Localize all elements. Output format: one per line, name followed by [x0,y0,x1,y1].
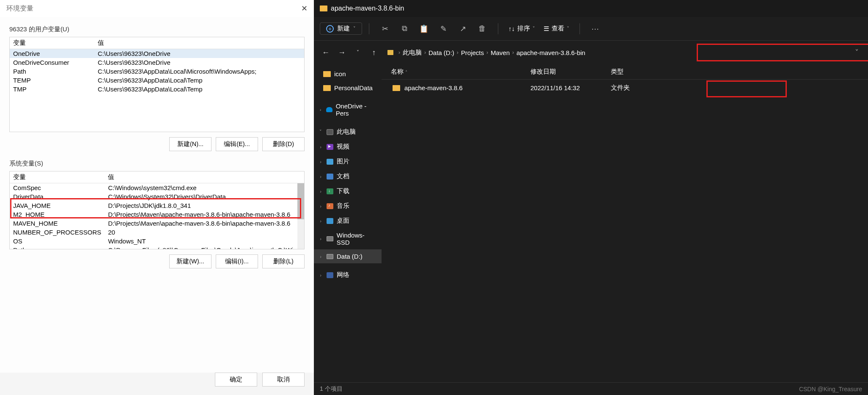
chevron-right-icon: › [318,107,323,112]
sidebar-item-icon[interactable]: icon [314,67,382,81]
user-variables-table[interactable]: 变量 值 OneDriveC:\Users\96323\OneDrive One… [10,37,304,94]
scrollbar-track[interactable] [297,183,304,249]
sort-icon: ↑↓ [508,25,515,32]
table-row[interactable]: TMPC:\Users\96323\AppData\Local\Temp [10,85,304,94]
table-row[interactable]: OneDriveC:\Users\96323\OneDrive [10,49,304,58]
rename-icon[interactable]: ✎ [434,21,452,36]
pictures-icon [327,159,333,165]
copy-icon[interactable]: ⧉ [396,21,413,36]
table-row[interactable]: M2_HOMED:\Projects\Maven\apache-maven-3.… [10,210,304,219]
col-header-name[interactable]: 变量 [10,171,104,183]
new-button[interactable]: + 新建 ˅ [320,22,362,35]
new-user-var-button[interactable]: 新建(N)... [169,137,212,151]
sidebar-item-music[interactable]: ›音乐 [314,199,382,213]
chevron-right-icon: › [318,273,323,278]
system-variables-table[interactable]: 变量 值 ComSpecC:\Windows\system32\cmd.exe … [10,171,304,249]
table-row[interactable]: OneDriveConsumerC:\Users\96323\OneDrive [10,58,304,67]
chevron-right-icon: › [318,174,323,179]
breadcrumb-item[interactable]: Projects [461,49,484,56]
col-header-value[interactable]: 值 [104,171,304,183]
delete-user-var-button[interactable]: 删除(D) [262,137,305,151]
user-buttons-row: 新建(N)... 编辑(E)... 删除(D) [9,137,305,151]
dialog-title: 环境变量 [6,4,33,13]
chevron-right-icon: › [318,204,323,209]
divider [498,23,498,34]
breadcrumb-item[interactable]: Maven [491,49,510,56]
table-row[interactable]: PathC:\Program Files (x86)\Common Files\… [10,246,304,249]
history-chevron-icon[interactable]: ˅ [351,46,365,59]
sidebar-item-thispc[interactable]: ˅此电脑 [314,124,382,139]
folder-icon [320,6,327,11]
music-icon [327,203,333,209]
table-row[interactable]: ComSpecC:\Windows\system32\cmd.exe [10,183,304,193]
explorer-navbar: ← → ˅ ↑ › 此电脑 › Data (D:) › Projects › M… [314,41,868,64]
file-row[interactable]: apache-maven-3.8.6 2022/11/16 14:32 文件夹 [382,80,868,96]
chevron-down-icon: ˅ [567,26,569,31]
folder-icon [323,85,331,91]
explorer-titlebar: apache-maven-3.8.6-bin [314,0,868,17]
cancel-button[interactable]: 取消 [262,373,305,387]
system-variables-table-wrap: 变量 值 ComSpecC:\Windows\system32\cmd.exe … [9,171,305,249]
up-icon[interactable]: ↑ [367,46,381,59]
sidebar-item-network[interactable]: ›网络 [314,268,382,282]
table-row[interactable]: NUMBER_OF_PROCESSORS20 [10,228,304,237]
delete-icon[interactable]: 🗑 [473,21,491,36]
table-row[interactable]: JAVA_HOMED:\Projects\JDK\jdk1.8.0_341 [10,201,304,210]
sidebar-item-onedrive[interactable]: ›OneDrive - Pers [314,99,382,120]
sidebar-item-desktop[interactable]: ›桌面 [314,213,382,228]
sidebar-item-documents[interactable]: ›文档 [314,169,382,184]
file-list-area: 名称˄ 修改日期 类型 apache-maven-3.8.6 2022/11/1… [382,64,868,382]
view-button[interactable]: ☰ 查看 ˅ [540,23,573,34]
folder-icon [393,85,400,91]
dialog-titlebar: 环境变量 ✕ [0,0,314,17]
chevron-right-icon: › [398,50,400,55]
col-header-date[interactable]: 修改日期 [523,68,603,76]
drive-icon [327,236,333,241]
table-row[interactable]: OSWindows_NT [10,237,304,246]
close-icon[interactable]: ✕ [294,0,314,17]
sort-button[interactable]: ↑↓ 排序 ˅ [505,23,538,34]
paste-icon[interactable]: 📋 [415,21,433,36]
download-icon [327,188,333,194]
delete-sys-var-button[interactable]: 删除(L) [262,254,305,268]
chevron-right-icon: › [318,144,323,149]
chevron-down-icon[interactable]: ˅ [855,48,859,57]
col-header-value[interactable]: 值 [94,37,304,49]
view-icon: ☰ [544,25,549,33]
breadcrumb-item[interactable]: apache-maven-3.8.6-bin [516,49,585,56]
sidebar-item-video[interactable]: ›视频 [314,139,382,154]
back-icon[interactable]: ← [319,46,332,59]
more-icon[interactable]: ⋯ [587,21,604,36]
table-row[interactable]: TEMPC:\Users\96323\AppData\Local\Temp [10,76,304,85]
col-header-name[interactable]: 变量 [10,37,94,49]
edit-user-var-button[interactable]: 编辑(E)... [216,137,258,151]
breadcrumb-item[interactable]: Data (D:) [429,49,454,56]
ok-button[interactable]: 确定 [215,373,257,387]
forward-icon[interactable]: → [335,46,349,59]
sidebar-item-downloads[interactable]: ›下载 [314,184,382,199]
sidebar-item-data[interactable]: ›Data (D:) [314,249,382,263]
chevron-down-icon: ˅ [318,129,323,135]
edit-sys-var-button[interactable]: 编辑(I)... [216,254,258,268]
breadcrumb[interactable]: › 此电脑 › Data (D:) › Projects › Maven › a… [383,45,863,60]
table-row[interactable]: MAVEN_HOMED:\Projects\Maven\apache-maven… [10,219,304,228]
table-row[interactable]: PathC:\Users\96323\AppData\Local\Microso… [10,67,304,76]
chevron-right-icon: › [318,189,323,194]
network-icon [327,272,333,278]
new-sys-var-button[interactable]: 新建(W)... [169,254,212,268]
sidebar-item-ssd[interactable]: ›Windows-SSD [314,228,382,249]
sidebar-item-personaldata[interactable]: PersonalData [314,81,382,95]
chevron-right-icon: › [318,159,323,164]
col-header-type[interactable]: 类型 [603,68,866,76]
sidebar-item-pictures[interactable]: ›图片 [314,154,382,169]
scrollbar-thumb[interactable] [297,183,304,219]
table-row[interactable]: DriverDataC:\Windows\System32\Drivers\Dr… [10,192,304,201]
col-header-name[interactable]: 名称˄ [383,68,523,76]
breadcrumb-item[interactable]: 此电脑 [403,49,422,57]
folder-icon [323,71,331,77]
window-title: apache-maven-3.8.6-bin [331,5,404,12]
share-icon[interactable]: ↗ [454,21,472,36]
cut-icon[interactable]: ✂ [376,21,394,36]
status-bar: 1 个项目 [314,382,868,395]
explorer-main: icon PersonalData ›OneDrive - Pers ˅此电脑 … [314,64,868,382]
